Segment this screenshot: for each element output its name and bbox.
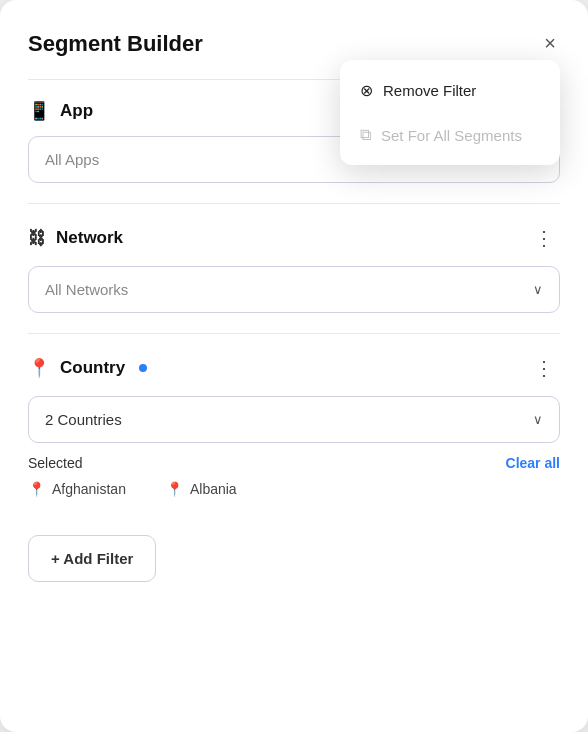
selected-row: Selected Clear all [28,455,560,471]
country-dropdown[interactable]: 2 Countries ∨ [28,396,560,443]
afghanistan-icon: 📍 [28,481,45,497]
app-dropdown-text: All Apps [45,151,99,168]
set-for-all-label: Set For All Segments [381,127,522,144]
selected-label: Selected [28,455,82,471]
remove-filter-menu-item[interactable]: ⊗ Remove Filter [340,68,560,113]
remove-filter-icon: ⊗ [360,81,373,100]
app-label: App [60,101,93,121]
close-button[interactable]: × [540,28,560,59]
close-icon: × [544,32,556,55]
network-icon: ⛓ [28,228,46,249]
country-dropdown-arrow: ∨ [533,412,543,427]
segment-builder-panel: Segment Builder × 📱 App All Apps ⊗ Remov… [0,0,588,732]
panel-title: Segment Builder [28,31,203,57]
network-dropdown-text: All Networks [45,281,128,298]
network-section-label: ⛓ Network [28,228,123,249]
set-for-all-icon: ⧉ [360,126,371,144]
network-more-button[interactable]: ⋮ [528,224,560,252]
country-section-label: 📍 Country [28,357,147,379]
country-active-dot [139,364,147,372]
countries-list: 📍 Afghanistan 📍 Albania [28,481,560,497]
network-dropdown-arrow: ∨ [533,282,543,297]
country-more-button[interactable]: ⋮ [528,354,560,382]
remove-filter-label: Remove Filter [383,82,476,99]
albania-label: Albania [190,481,237,497]
add-filter-button[interactable]: + Add Filter [28,535,156,582]
albania-icon: 📍 [166,481,183,497]
network-section-header: ⛓ Network ⋮ [28,224,560,252]
country-icon: 📍 [28,357,50,379]
network-dropdown[interactable]: All Networks ∨ [28,266,560,313]
set-for-all-menu-item: ⧉ Set For All Segments [340,113,560,157]
list-item: 📍 Afghanistan [28,481,126,497]
app-icon: 📱 [28,100,50,122]
country-label: Country [60,358,125,378]
clear-all-button[interactable]: Clear all [506,455,560,471]
network-label: Network [56,228,123,248]
afghanistan-label: Afghanistan [52,481,126,497]
country-section-header: 📍 Country ⋮ [28,354,560,382]
app-section-label: 📱 App [28,100,93,122]
network-section: ⛓ Network ⋮ All Networks ∨ [0,204,588,333]
list-item: 📍 Albania [166,481,237,497]
popup-menu: ⊗ Remove Filter ⧉ Set For All Segments [340,60,560,165]
country-dropdown-text: 2 Countries [45,411,122,428]
country-more-icon: ⋮ [534,356,554,380]
country-section: 📍 Country ⋮ 2 Countries ∨ Selected Clear… [0,334,588,517]
network-more-icon: ⋮ [534,226,554,250]
